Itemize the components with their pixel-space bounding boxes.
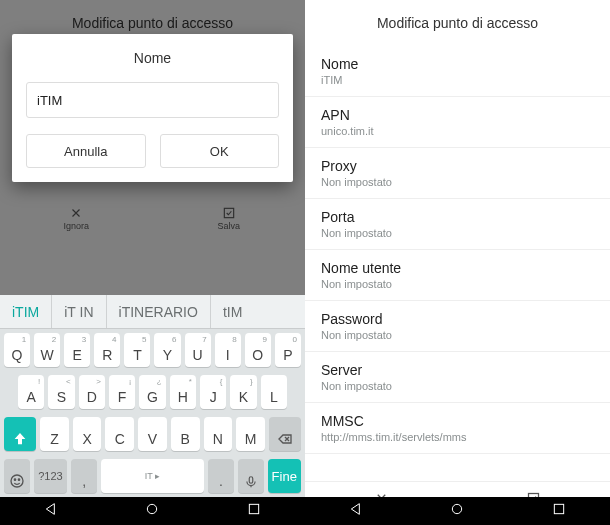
apn-field-nome[interactable]: NomeiTIM	[305, 46, 610, 97]
key-k[interactable]: K}	[230, 375, 256, 409]
key-v[interactable]: V	[138, 417, 167, 451]
symbols-key[interactable]: ?123	[34, 459, 67, 493]
apn-field-nome-utente[interactable]: Nome utenteNon impostato	[305, 250, 610, 301]
shift-key[interactable]	[4, 417, 36, 451]
key-q[interactable]: Q1	[4, 333, 30, 367]
apn-field-proxy[interactable]: ProxyNon impostato	[305, 148, 610, 199]
apn-field-list: NomeiTIMAPNunico.tim.itProxyNon impostat…	[305, 46, 610, 481]
svg-point-1	[11, 475, 23, 487]
mic-key[interactable]	[238, 459, 264, 493]
key-x[interactable]: X	[73, 417, 102, 451]
name-input[interactable]	[26, 82, 279, 118]
key-g[interactable]: G¿	[139, 375, 165, 409]
key-t[interactable]: T5	[124, 333, 150, 367]
recents-nav-icon[interactable]	[551, 501, 567, 521]
key-c[interactable]: C	[105, 417, 134, 451]
field-value: Non impostato	[321, 278, 594, 290]
back-nav-icon[interactable]	[43, 501, 59, 521]
field-label: Nome utente	[321, 260, 594, 276]
dialog-title: Nome	[26, 50, 279, 66]
field-label: Proxy	[321, 158, 594, 174]
field-value: Non impostato	[321, 176, 594, 188]
svg-point-2	[14, 479, 15, 480]
svg-point-8	[453, 504, 462, 513]
field-label: Server	[321, 362, 594, 378]
key-j[interactable]: J{	[200, 375, 226, 409]
field-value: Non impostato	[321, 329, 594, 341]
svg-point-5	[148, 504, 157, 513]
field-value: http://mms.tim.it/servlets/mms	[321, 431, 594, 443]
field-label: MMSC	[321, 413, 594, 429]
backspace-key[interactable]	[269, 417, 301, 451]
apn-field-server[interactable]: ServerNon impostato	[305, 352, 610, 403]
apn-field-mmsc[interactable]: MMSChttp://mms.tim.it/servlets/mms	[305, 403, 610, 454]
svg-rect-4	[249, 477, 253, 483]
key-l[interactable]: L	[261, 375, 287, 409]
key-i[interactable]: I8	[215, 333, 241, 367]
suggestion-1[interactable]: iTIM	[0, 295, 51, 328]
apn-field-password[interactable]: PasswordNon impostato	[305, 301, 610, 352]
key-n[interactable]: N	[204, 417, 233, 451]
field-label: Porta	[321, 209, 594, 225]
field-value: iTIM	[321, 74, 594, 86]
svg-point-3	[18, 479, 19, 480]
home-nav-icon[interactable]	[449, 501, 465, 521]
period-key[interactable]: .	[208, 459, 234, 493]
done-key[interactable]: Fine	[268, 459, 301, 493]
key-p[interactable]: P0	[275, 333, 301, 367]
svg-rect-6	[249, 504, 258, 513]
field-label: Password	[321, 311, 594, 327]
name-dialog: Nome Annulla OK	[12, 34, 293, 182]
field-label: Nome	[321, 56, 594, 72]
key-m[interactable]: M	[236, 417, 265, 451]
key-e[interactable]: E3	[64, 333, 90, 367]
field-label: APN	[321, 107, 594, 123]
key-w[interactable]: W2	[34, 333, 60, 367]
home-nav-icon[interactable]	[144, 501, 160, 521]
suggestion-2[interactable]: iT IN	[52, 295, 105, 328]
space-key[interactable]: IT ▸	[101, 459, 204, 493]
key-s[interactable]: S<	[48, 375, 74, 409]
key-u[interactable]: U7	[185, 333, 211, 367]
key-r[interactable]: R4	[94, 333, 120, 367]
svg-rect-9	[554, 504, 563, 513]
field-value: unico.tim.it	[321, 125, 594, 137]
field-value: Non impostato	[321, 227, 594, 239]
android-nav-right	[305, 497, 610, 525]
key-h[interactable]: H*	[170, 375, 196, 409]
key-z[interactable]: Z	[40, 417, 69, 451]
cancel-button[interactable]: Annulla	[26, 134, 146, 168]
suggestion-4[interactable]: tIM	[211, 295, 254, 328]
key-b[interactable]: B	[171, 417, 200, 451]
key-y[interactable]: Y6	[154, 333, 180, 367]
ok-button[interactable]: OK	[160, 134, 280, 168]
apn-field-apn[interactable]: APNunico.tim.it	[305, 97, 610, 148]
apn-field-porta[interactable]: PortaNon impostato	[305, 199, 610, 250]
back-nav-icon[interactable]	[348, 501, 364, 521]
suggestion-bar: iTIM iT IN iTINERARIO tIM	[0, 295, 305, 329]
recents-nav-icon[interactable]	[246, 501, 262, 521]
suggestion-3[interactable]: iTINERARIO	[107, 295, 210, 328]
page-title-right: Modifica punto di accesso	[305, 0, 610, 46]
comma-key[interactable]: ,	[71, 459, 97, 493]
key-d[interactable]: D>	[79, 375, 105, 409]
key-a[interactable]: A!	[18, 375, 44, 409]
key-f[interactable]: F¡	[109, 375, 135, 409]
emoji-key[interactable]	[4, 459, 30, 493]
android-nav-left	[0, 497, 305, 525]
field-value: Non impostato	[321, 380, 594, 392]
keyboard: iTIM iT IN iTINERARIO tIM Q1W2E3R4T5Y6U7…	[0, 295, 305, 497]
key-o[interactable]: O9	[245, 333, 271, 367]
